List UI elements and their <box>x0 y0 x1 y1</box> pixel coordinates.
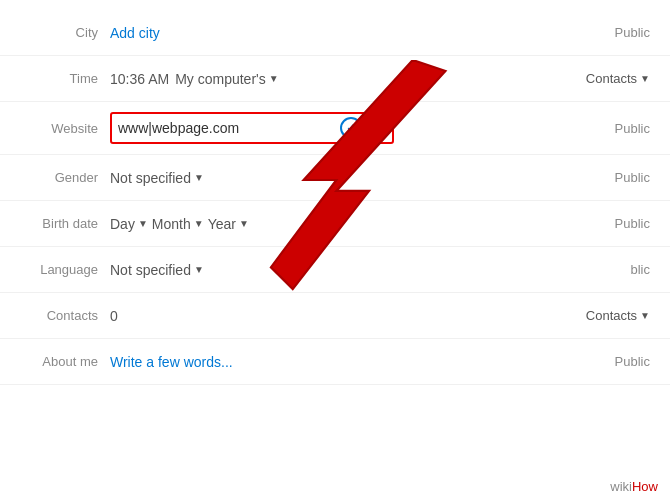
website-row: Website ✓ ✕ Public <box>0 102 670 155</box>
year-dropdown[interactable]: Year ▼ <box>208 216 249 232</box>
contacts-dropdown[interactable]: Contacts ▼ <box>586 71 650 86</box>
language-row: Language Not specified ▼ blic <box>0 247 670 293</box>
about-me-visibility: Public <box>590 354 650 369</box>
city-visibility: Public <box>590 25 650 40</box>
day-arrow-icon: ▼ <box>138 218 148 229</box>
contacts-visibility: Contacts ▼ <box>586 308 650 323</box>
time-visibility: Contacts ▼ <box>586 71 650 86</box>
day-dropdown[interactable]: Day ▼ <box>110 216 148 232</box>
profile-form: City Add city Public Time 10:36 AM My co… <box>0 0 670 395</box>
about-me-row: About me Write a few words... Public <box>0 339 670 385</box>
contacts-field: 0 <box>110 308 586 324</box>
wikihow-badge: wikiHow <box>610 479 658 494</box>
day-label: Day <box>110 216 135 232</box>
contacts-vis-arrow-icon: ▼ <box>640 310 650 321</box>
contacts-vis-dropdown[interactable]: Contacts ▼ <box>586 308 650 323</box>
contacts-arrow-icon: ▼ <box>640 73 650 84</box>
gender-dropdown[interactable]: Not specified ▼ <box>110 170 204 186</box>
how-text: How <box>632 479 658 494</box>
about-me-label: About me <box>20 354 110 369</box>
time-field: 10:36 AM My computer's ▼ <box>110 71 586 87</box>
language-dropdown[interactable]: Not specified ▼ <box>110 262 204 278</box>
gender-value: Not specified <box>110 170 191 186</box>
website-label: Website <box>20 121 110 136</box>
birthdate-row: Birth date Day ▼ Month ▼ Year ▼ Public <box>0 201 670 247</box>
time-row: Time 10:36 AM My computer's ▼ Contacts ▼ <box>0 56 670 102</box>
birthdate-visibility: Public <box>590 216 650 231</box>
timezone-arrow-icon: ▼ <box>269 73 279 84</box>
wikihow-text: wiki <box>610 479 632 494</box>
language-value: Not specified <box>110 262 191 278</box>
city-field: Add city <box>110 25 590 41</box>
time-label: Time <box>20 71 110 86</box>
timezone-label: My computer's <box>175 71 266 87</box>
language-arrow-icon: ▼ <box>194 264 204 275</box>
timezone-dropdown[interactable]: My computer's ▼ <box>175 71 279 87</box>
birth-date-section: Day ▼ Month ▼ Year ▼ <box>110 216 249 232</box>
language-visibility: blic <box>590 262 650 277</box>
birthdate-field: Day ▼ Month ▼ Year ▼ <box>110 216 590 232</box>
contacts-label: Contacts <box>20 308 110 323</box>
contacts-row: Contacts 0 Contacts ▼ <box>0 293 670 339</box>
website-visibility: Public <box>590 121 650 136</box>
month-label: Month <box>152 216 191 232</box>
contacts-vis-label: Contacts <box>586 71 637 86</box>
gender-arrow-icon: ▼ <box>194 172 204 183</box>
city-label: City <box>20 25 110 40</box>
gender-row: Gender Not specified ▼ Public <box>0 155 670 201</box>
year-label: Year <box>208 216 236 232</box>
month-arrow-icon: ▼ <box>194 218 204 229</box>
website-input[interactable] <box>116 116 336 140</box>
month-dropdown[interactable]: Month ▼ <box>152 216 204 232</box>
year-arrow-icon: ▼ <box>239 218 249 229</box>
language-field: Not specified ▼ <box>110 262 590 278</box>
gender-visibility: Public <box>590 170 650 185</box>
gender-label: Gender <box>20 170 110 185</box>
website-input-wrapper: ✓ ✕ <box>110 112 394 144</box>
add-city-link[interactable]: Add city <box>110 25 160 41</box>
confirm-icon[interactable]: ✓ <box>340 117 362 139</box>
gender-field: Not specified ▼ <box>110 170 590 186</box>
cancel-icon[interactable]: ✕ <box>366 117 388 139</box>
city-row: City Add city Public <box>0 10 670 56</box>
contacts-count: 0 <box>110 308 118 324</box>
contacts-vis-label2: Contacts <box>586 308 637 323</box>
write-words-link[interactable]: Write a few words... <box>110 354 233 370</box>
time-section: 10:36 AM My computer's ▼ <box>110 71 279 87</box>
website-field: ✓ ✕ <box>110 112 590 144</box>
language-label: Language <box>20 262 110 277</box>
birthdate-label: Birth date <box>20 216 110 231</box>
time-value: 10:36 AM <box>110 71 169 87</box>
about-me-field: Write a few words... <box>110 354 590 370</box>
